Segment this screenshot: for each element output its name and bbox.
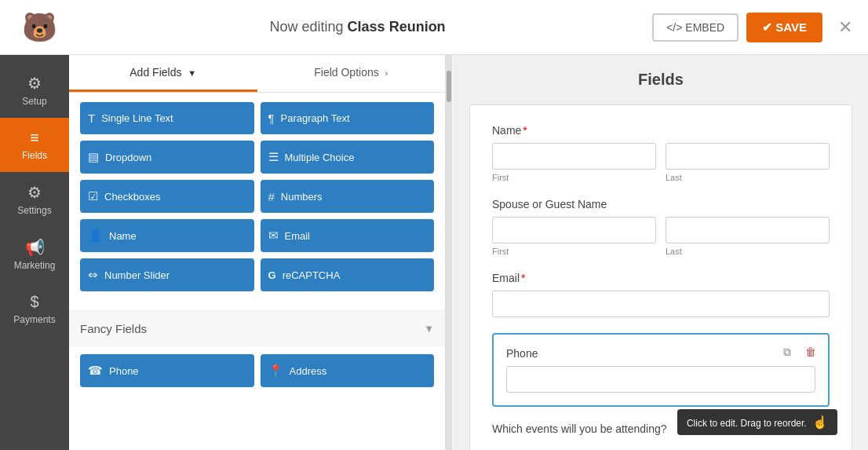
spouse-first-input[interactable] — [492, 217, 656, 243]
field-btn-numbers[interactable]: # Numbers — [261, 180, 435, 213]
recaptcha-icon: G — [268, 269, 276, 281]
field-btn-paragraph[interactable]: ¶ Paragraph Text — [261, 102, 435, 134]
spouse-first-col: First — [492, 217, 656, 256]
sidebar-item-payments[interactable]: $ Payments — [0, 282, 69, 336]
name-icon: 👤 — [88, 229, 103, 243]
dropdown-icon: ▤ — [88, 150, 99, 164]
field-label-phone: Phone — [506, 347, 815, 360]
gear-icon: ⚙ — [27, 74, 42, 93]
payments-icon: $ — [30, 293, 38, 311]
form-card: Name* First Last Spouse or Guest Name — [469, 104, 852, 450]
number-slider-icon: ⇔ — [88, 268, 98, 282]
name-last-sublabel: Last — [666, 173, 830, 182]
field-group-email: Email* — [492, 272, 830, 317]
scroll-thumb[interactable] — [447, 71, 451, 102]
fancy-field-grid: ☎ Phone 📍 Address — [80, 354, 434, 387]
name-first-input[interactable] — [492, 143, 656, 170]
sidebar-label-settings: Settings — [17, 205, 51, 216]
spouse-first-sublabel: First — [492, 247, 656, 256]
sidebar-label-fields: Fields — [22, 150, 47, 161]
spouse-last-input[interactable] — [666, 217, 830, 243]
sidebar-label-payments: Payments — [13, 314, 55, 325]
email-required-indicator: * — [521, 272, 525, 284]
field-label-spouse: Spouse or Guest Name — [492, 198, 830, 210]
duplicate-icon[interactable]: ⧉ — [778, 342, 797, 361]
top-bar-actions: </> EMBED ✔ SAVE ✕ — [652, 13, 852, 42]
email-icon: ✉ — [268, 229, 279, 243]
name-field-row: First Last — [492, 143, 830, 182]
name-last-col: Last — [666, 143, 830, 182]
phone-field-wrapper[interactable]: Phone ⧉ 🗑 — [492, 333, 830, 407]
phone-icon: ☎ — [88, 364, 103, 378]
editing-title: Now editing Class Reunion — [63, 19, 652, 35]
phone-field-actions: ⧉ 🗑 — [778, 342, 820, 361]
fields-icon: ≡ — [30, 129, 39, 147]
sidebar-item-fields[interactable]: ≡ Fields — [0, 118, 69, 172]
paragraph-icon: ¶ — [268, 112, 275, 125]
field-btn-phone[interactable]: ☎ Phone — [80, 354, 254, 387]
embed-button[interactable]: </> EMBED — [652, 13, 739, 42]
address-icon: 📍 — [268, 364, 283, 378]
field-label-email: Email* — [492, 272, 830, 284]
field-group-spouse: Spouse or Guest Name First Last — [492, 198, 830, 256]
form-section-title: Fields — [469, 71, 852, 89]
logo-bear-icon: 🐻 — [19, 7, 60, 48]
spouse-field-row: First Last — [492, 217, 830, 256]
numbers-icon: # — [268, 190, 275, 203]
name-last-input[interactable] — [666, 143, 830, 170]
fancy-fields-chevron-icon: ▼ — [424, 323, 434, 335]
sidebar-item-marketing[interactable]: 📢 Marketing — [0, 227, 69, 282]
delete-icon[interactable]: 🗑 — [801, 342, 820, 361]
scroll-indicator — [446, 55, 452, 450]
main-layout: ⚙ Setup ≡ Fields ⚙ Settings 📢 Marketing … — [0, 55, 868, 450]
multiple-choice-icon: ☰ — [268, 150, 279, 164]
field-buttons-grid: T Single Line Text ¶ Paragraph Text ▤ Dr… — [69, 93, 445, 307]
logo: 🐻 — [16, 4, 63, 51]
fields-panel: Add Fields ▼ Field Options › T Single Li… — [69, 55, 446, 450]
icon-sidebar: ⚙ Setup ≡ Fields ⚙ Settings 📢 Marketing … — [0, 55, 69, 450]
field-grid: T Single Line Text ¶ Paragraph Text ▤ Dr… — [80, 102, 434, 291]
name-first-col: First — [492, 143, 656, 182]
field-label-name: Name* — [492, 124, 830, 137]
sidebar-item-settings[interactable]: ⚙ Settings — [0, 172, 69, 227]
field-btn-number-slider[interactable]: ⇔ Number Slider — [80, 258, 254, 291]
email-input[interactable] — [492, 291, 830, 317]
settings-icon: ⚙ — [27, 183, 42, 202]
top-bar: 🐻 Now editing Class Reunion </> EMBED ✔ … — [0, 0, 868, 55]
field-btn-dropdown[interactable]: ▤ Dropdown — [80, 141, 254, 174]
cursor-icon: ☝ — [812, 415, 828, 430]
tab-field-options[interactable]: Field Options › — [257, 55, 446, 92]
field-options-chevron-icon: › — [385, 68, 388, 78]
add-fields-chevron-icon: ▼ — [188, 68, 196, 78]
fancy-fields-label: Fancy Fields — [80, 322, 147, 335]
field-group-name: Name* First Last — [492, 124, 830, 182]
tab-add-fields[interactable]: Add Fields ▼ — [69, 55, 257, 92]
name-first-sublabel: First — [492, 173, 656, 182]
sidebar-label-setup: Setup — [22, 96, 46, 107]
spouse-last-sublabel: Last — [666, 247, 830, 256]
single-line-icon: T — [88, 112, 95, 125]
field-btn-checkboxes[interactable]: ☑ Checkboxes — [80, 180, 254, 213]
checkboxes-icon: ☑ — [88, 189, 98, 203]
field-btn-recaptcha[interactable]: G reCAPTCHA — [261, 258, 435, 291]
save-button[interactable]: ✔ SAVE — [746, 13, 822, 42]
required-indicator: * — [523, 124, 527, 137]
spouse-last-col: Last — [666, 217, 830, 256]
field-btn-name[interactable]: 👤 Name — [80, 219, 254, 252]
fancy-fields-header[interactable]: Fancy Fields ▼ — [69, 310, 445, 346]
field-group-phone[interactable]: Phone ⧉ 🗑 Click to edit. Drag to reorder… — [492, 333, 830, 407]
sidebar-item-setup[interactable]: ⚙ Setup — [0, 63, 69, 118]
panel-tabs: Add Fields ▼ Field Options › — [69, 55, 445, 93]
field-btn-address[interactable]: 📍 Address — [261, 354, 435, 387]
form-preview: Fields Name* First Last — [454, 55, 868, 450]
phone-input[interactable] — [506, 366, 815, 393]
fancy-fields-grid: ☎ Phone 📍 Address — [69, 346, 445, 403]
close-button[interactable]: ✕ — [838, 17, 852, 38]
phone-tooltip: Click to edit. Drag to reorder. ☝ — [677, 409, 837, 435]
form-name: Class Reunion — [348, 19, 446, 35]
field-btn-single-line[interactable]: T Single Line Text — [80, 102, 254, 134]
marketing-icon: 📢 — [25, 238, 45, 257]
field-btn-multiple-choice[interactable]: ☰ Multiple Choice — [261, 141, 435, 174]
sidebar-label-marketing: Marketing — [14, 260, 56, 271]
field-btn-email[interactable]: ✉ Email — [261, 219, 435, 252]
